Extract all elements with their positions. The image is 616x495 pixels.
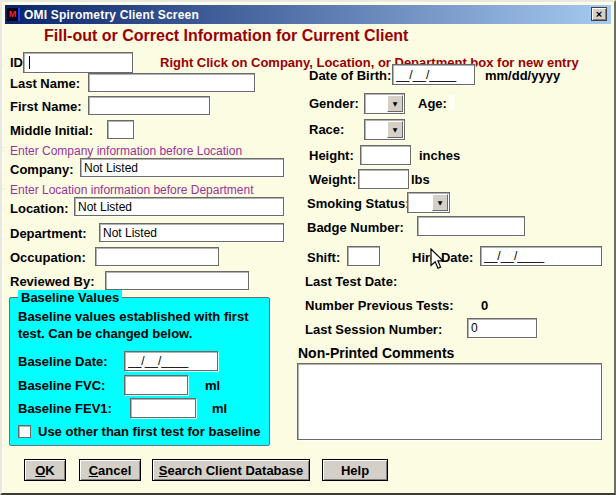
reviewed-by-label: Reviewed By: xyxy=(10,274,95,289)
chevron-down-icon[interactable]: ▼ xyxy=(387,121,403,138)
baseline-fvc-input[interactable] xyxy=(124,375,188,395)
baseline-date-label: Baseline Date: xyxy=(18,354,108,369)
shift-label: Shift: xyxy=(307,250,340,265)
dob-label: Date of Birth: xyxy=(309,68,391,83)
first-name-input[interactable] xyxy=(88,96,210,115)
ok-button-key: O xyxy=(35,463,45,478)
search-client-database-button[interactable]: Search Client Database xyxy=(152,459,310,481)
baseline-desc-line1: Baseline values established with first xyxy=(18,309,248,324)
baseline-desc-line2: test. Can be changed below. xyxy=(18,326,192,341)
weight-label: Weight: xyxy=(309,172,356,187)
middle-initial-label: Middle Initial: xyxy=(10,123,93,138)
client-screen-dialog: M OMI Spirometry Client Screen × Fill-ou… xyxy=(0,0,616,495)
height-unit: inches xyxy=(419,148,460,163)
help-button[interactable]: Help xyxy=(322,459,388,481)
last-session-number-label: Last Session Number: xyxy=(305,322,442,337)
chevron-down-icon[interactable]: ▼ xyxy=(387,95,403,112)
cancel-button[interactable]: Cancel xyxy=(79,459,141,481)
num-previous-tests-label: Number Previous Tests: xyxy=(305,298,454,313)
race-select[interactable]: ▼ xyxy=(364,119,405,140)
baseline-date-input[interactable] xyxy=(124,351,218,371)
dob-format-label: mm/dd/yyyy xyxy=(485,68,560,83)
age-label: Age: xyxy=(418,96,447,111)
ok-button-rest: K xyxy=(45,463,54,478)
weight-unit: lbs xyxy=(411,172,430,187)
height-input[interactable] xyxy=(360,145,411,165)
race-label: Race: xyxy=(309,122,344,137)
middle-initial-input[interactable] xyxy=(107,120,134,139)
last-name-label: Last Name: xyxy=(10,76,80,91)
cancel-button-rest: ancel xyxy=(98,463,131,478)
age-value-field xyxy=(449,95,454,110)
smoking-status-label: Smoking Status: xyxy=(307,196,410,211)
chevron-down-icon[interactable]: ▼ xyxy=(432,194,448,211)
company-hint: Enter Company information before Locatio… xyxy=(10,144,242,158)
location-label: Location: xyxy=(10,201,69,216)
id-input[interactable] xyxy=(23,52,133,73)
comments-label: Non-Printed Comments xyxy=(298,345,454,361)
page-title: Fill-out or Correct Information for Curr… xyxy=(44,27,408,45)
baseline-fvc-unit: ml xyxy=(205,378,220,393)
baseline-checkbox[interactable] xyxy=(18,425,31,438)
department-label: Department: xyxy=(10,226,87,241)
hire-date-input[interactable] xyxy=(480,246,602,266)
gender-label: Gender: xyxy=(309,96,359,111)
baseline-fev1-unit: ml xyxy=(212,401,227,416)
height-label: Height: xyxy=(309,148,354,163)
num-previous-tests-value: 0 xyxy=(481,298,488,313)
badge-number-label: Badge Number: xyxy=(307,220,404,235)
baseline-fvc-label: Baseline FVC: xyxy=(18,378,105,393)
last-test-date-label: Last Test Date: xyxy=(305,274,397,289)
baseline-checkbox-label: Use other than first test for baseline xyxy=(38,424,261,439)
title-bar: M OMI Spirometry Client Screen × xyxy=(5,5,611,24)
location-input[interactable] xyxy=(74,197,284,216)
search-button-rest: earch Client Database xyxy=(167,463,303,478)
gender-select[interactable]: ▼ xyxy=(364,93,405,114)
company-input[interactable] xyxy=(80,158,284,177)
last-name-input[interactable] xyxy=(88,73,255,92)
text-caret xyxy=(29,56,30,69)
location-hint: Enter Location information before Depart… xyxy=(10,183,253,197)
ok-button[interactable]: OK xyxy=(24,459,66,481)
window-title: OMI Spirometry Client Screen xyxy=(24,8,199,22)
badge-number-input[interactable] xyxy=(417,216,525,236)
occupation-label: Occupation: xyxy=(10,250,86,265)
dob-input[interactable] xyxy=(392,64,475,85)
occupation-input[interactable] xyxy=(95,247,219,266)
baseline-fev1-label: Baseline FEV1: xyxy=(18,401,112,416)
close-icon[interactable]: × xyxy=(591,7,607,21)
comments-textarea[interactable] xyxy=(297,363,602,440)
last-session-number-input[interactable] xyxy=(467,318,537,338)
baseline-group-title: Baseline Values xyxy=(18,290,122,305)
department-input[interactable] xyxy=(99,223,284,242)
weight-input[interactable] xyxy=(358,169,409,189)
cancel-button-key: C xyxy=(89,463,98,478)
shift-input[interactable] xyxy=(347,246,380,266)
hire-date-label: Hire Date: xyxy=(412,250,473,265)
app-icon: M xyxy=(7,8,20,21)
reviewed-by-input[interactable] xyxy=(105,271,249,290)
baseline-fev1-input[interactable] xyxy=(130,398,196,418)
first-name-label: First Name: xyxy=(10,99,82,114)
smoking-status-select[interactable]: ▼ xyxy=(407,192,450,213)
company-label: Company: xyxy=(10,162,74,177)
